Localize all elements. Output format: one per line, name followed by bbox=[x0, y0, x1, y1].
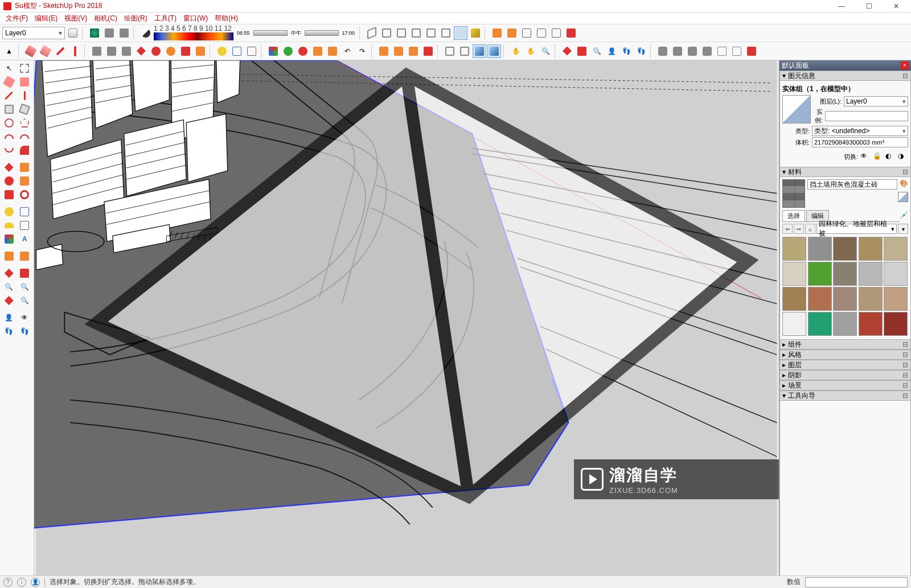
terrain-icon[interactable] bbox=[102, 26, 116, 40]
rotate-left-icon[interactable] bbox=[1, 174, 17, 188]
material-swatch[interactable] bbox=[808, 262, 832, 286]
material-swatch[interactable] bbox=[782, 262, 806, 286]
front-view-icon[interactable] bbox=[395, 26, 408, 40]
redo-icon[interactable]: ↷ bbox=[355, 44, 369, 58]
move-left-icon[interactable] bbox=[1, 161, 17, 174]
material-name-input[interactable] bbox=[807, 179, 897, 190]
scale-left-icon[interactable] bbox=[1, 188, 17, 202]
menu-view[interactable]: 视图(V) bbox=[61, 13, 91, 24]
menu-draw[interactable]: 绘图(R) bbox=[121, 13, 151, 24]
make-component-icon[interactable] bbox=[90, 44, 104, 58]
scale-red-icon[interactable] bbox=[179, 44, 192, 58]
monochrome-icon[interactable] bbox=[487, 44, 501, 58]
record3-icon[interactable] bbox=[686, 44, 699, 58]
menu-window[interactable]: 窗口(W) bbox=[180, 13, 211, 24]
entity-instance-input[interactable] bbox=[825, 111, 908, 121]
eraser-left-icon[interactable] bbox=[1, 75, 17, 89]
shaded-style-icon[interactable] bbox=[469, 26, 482, 40]
close-button[interactable]: ✕ bbox=[885, 1, 908, 12]
material-swatch[interactable] bbox=[833, 312, 857, 336]
pie-icon[interactable] bbox=[17, 143, 33, 157]
tape-icon[interactable] bbox=[215, 44, 229, 58]
entity-info-header[interactable]: ▾图元信息⊟ bbox=[779, 71, 911, 81]
arc-icon[interactable] bbox=[1, 130, 17, 143]
layers-header[interactable]: ▸图层⊟ bbox=[779, 360, 911, 370]
select-arrow-icon[interactable]: ↖ bbox=[1, 61, 17, 75]
polygon-icon[interactable] bbox=[17, 116, 33, 130]
dimension-left-icon[interactable] bbox=[17, 205, 33, 219]
menu-edit[interactable]: 编辑(E) bbox=[31, 13, 61, 24]
text-left-icon[interactable] bbox=[17, 219, 33, 232]
lock-toggle-icon[interactable]: 🔒 bbox=[873, 152, 883, 161]
pencil-icon[interactable] bbox=[54, 44, 67, 58]
pin-icon-2[interactable]: ⊟ bbox=[902, 168, 908, 176]
eraser-icon[interactable] bbox=[24, 44, 38, 58]
look-around-icon[interactable]: 👣 bbox=[634, 44, 648, 58]
record1-icon[interactable] bbox=[656, 44, 670, 58]
layer-manager-icon[interactable] bbox=[66, 26, 80, 40]
eraser2-icon[interactable] bbox=[17, 75, 33, 89]
zoom-lens-icon[interactable]: 🔍 bbox=[539, 44, 552, 58]
menu-camera[interactable]: 相机(C) bbox=[91, 13, 121, 24]
material-swatch[interactable] bbox=[859, 262, 883, 286]
default-material-icon[interactable] bbox=[898, 192, 908, 202]
maximize-button[interactable]: ☐ bbox=[857, 1, 880, 12]
pushpull-icon[interactable] bbox=[17, 161, 33, 174]
offset-icon[interactable] bbox=[17, 188, 33, 202]
lasso-icon[interactable] bbox=[17, 61, 33, 75]
nav-home-icon[interactable]: ⌂ bbox=[805, 224, 815, 234]
orbit-left-icon[interactable] bbox=[1, 266, 17, 280]
material-swatch[interactable] bbox=[859, 237, 883, 261]
right-view-icon[interactable] bbox=[409, 26, 423, 40]
xray-style-icon[interactable] bbox=[454, 26, 467, 40]
menu-file[interactable]: 文件(F) bbox=[2, 13, 31, 24]
material-swatch[interactable] bbox=[859, 287, 883, 311]
create-material-icon[interactable]: 🎨 bbox=[900, 179, 908, 190]
instructor-header[interactable]: ▾工具向导⊟ bbox=[779, 390, 911, 401]
eraser-soft-icon[interactable] bbox=[39, 44, 52, 58]
user-icon[interactable]: 👤 bbox=[31, 578, 40, 587]
nav-menu-icon[interactable]: ▾ bbox=[898, 224, 908, 234]
material-thumbnail[interactable] bbox=[782, 179, 805, 208]
small-house-icon[interactable] bbox=[520, 26, 534, 40]
entity-layer-select[interactable]: Layer0 bbox=[844, 96, 908, 106]
stop-icon[interactable] bbox=[745, 44, 758, 58]
pan-hand-icon[interactable]: ✋ bbox=[509, 44, 523, 58]
shaded-texture-icon[interactable] bbox=[473, 44, 486, 58]
make-group-icon[interactable] bbox=[105, 44, 118, 58]
measure-input[interactable] bbox=[805, 577, 908, 587]
record4-icon[interactable] bbox=[700, 44, 714, 58]
material-swatch[interactable] bbox=[808, 312, 832, 336]
select-tool-icon[interactable]: ▲ bbox=[2, 44, 16, 58]
material-swatch[interactable] bbox=[782, 237, 806, 261]
time-slider[interactable] bbox=[253, 30, 288, 36]
orbit-icon[interactable] bbox=[281, 44, 295, 58]
arc2-icon[interactable] bbox=[17, 130, 33, 143]
iso-view-icon[interactable] bbox=[365, 26, 379, 40]
pan-left-icon[interactable] bbox=[17, 266, 33, 280]
pin-icon[interactable]: ⊟ bbox=[902, 72, 908, 80]
shadows-header[interactable]: ▸阴影⊟ bbox=[779, 370, 911, 380]
move-icon[interactable] bbox=[134, 44, 148, 58]
material-swatch[interactable] bbox=[833, 237, 857, 261]
section-display-icon[interactable] bbox=[392, 44, 405, 58]
left-view-icon[interactable] bbox=[439, 26, 453, 40]
material-swatch[interactable] bbox=[833, 262, 857, 286]
dimension-icon[interactable] bbox=[230, 44, 244, 58]
section-plane-icon[interactable] bbox=[377, 44, 391, 58]
material-swatch[interactable] bbox=[884, 287, 908, 311]
entity-type-select[interactable]: 类型: <undefined> bbox=[812, 126, 908, 136]
material-swatch[interactable] bbox=[859, 312, 883, 336]
scenes-header[interactable]: ▸场景⊟ bbox=[779, 380, 911, 390]
material-swatch[interactable] bbox=[782, 312, 806, 336]
large-house-icon[interactable] bbox=[549, 26, 563, 40]
section-cut-icon[interactable] bbox=[421, 44, 435, 58]
help-icon[interactable]: ? bbox=[3, 578, 13, 587]
material-swatch[interactable] bbox=[833, 287, 857, 311]
record2-icon[interactable] bbox=[671, 44, 684, 58]
undo-icon[interactable]: ↶ bbox=[340, 44, 354, 58]
shadow-slider[interactable]: 1 2 3 4 5 6 7 8 9 10 11 12 bbox=[154, 26, 233, 40]
wireframe-icon[interactable] bbox=[443, 44, 457, 58]
walk2-icon[interactable]: 👣 bbox=[17, 324, 33, 338]
zoom-window-icon[interactable] bbox=[575, 44, 589, 58]
